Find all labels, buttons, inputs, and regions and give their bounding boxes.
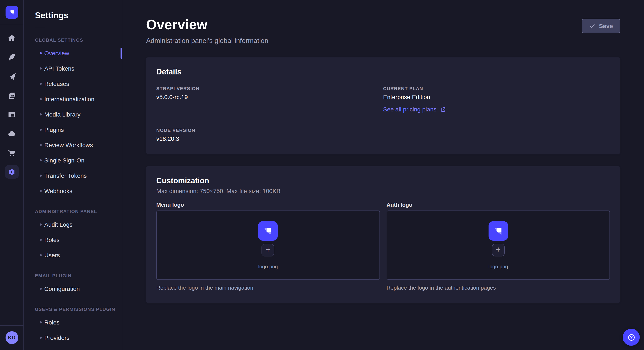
check-icon [589, 23, 596, 29]
save-button-label: Save [599, 22, 613, 29]
menu-logo-add-button[interactable]: + [262, 243, 274, 256]
sidebar-item-single-sign-on[interactable]: Single Sign-On [24, 153, 122, 168]
sidebar-item-admin-users[interactable]: Users [24, 247, 122, 263]
nav-content-builder-button[interactable] [5, 50, 18, 64]
section-administration-panel: ADMINISTRATION PANEL Audit Logs Roles Us… [24, 209, 122, 263]
question-circle-icon [627, 333, 635, 341]
menu-logo-filename: logo.png [258, 263, 278, 269]
sidebar-item-admin-roles[interactable]: Roles [24, 232, 122, 247]
menu-logo-label: Menu logo [156, 201, 380, 208]
sidebar-item-releases[interactable]: Releases [24, 76, 122, 91]
menu-logo-preview [258, 221, 278, 240]
app-window: KD Settings GLOBAL SETTINGS Overview API… [0, 0, 644, 350]
paper-plane-icon [7, 72, 16, 81]
sidebar-item-internationalization[interactable]: Internationalization [24, 91, 122, 107]
external-link-icon [440, 107, 446, 112]
nav-media-library-button[interactable] [5, 88, 18, 102]
node-version-field: NODE VERSION v18.20.3 [156, 128, 383, 142]
help-button[interactable] [623, 329, 640, 346]
sidebar-item-plugins[interactable]: Plugins [24, 122, 122, 137]
customization-card: Customization Max dimension: 750×750, Ma… [146, 166, 620, 303]
sidebar-item-webhooks[interactable]: Webhooks [24, 183, 122, 199]
strapi-mark-icon [262, 225, 274, 237]
sidebar-item-api-tokens[interactable]: API Tokens [24, 61, 122, 76]
strapi-version-field: STRAPI VERSION v5.0.0-rc.19 [156, 86, 383, 113]
section-email-plugin: EMAIL PLUGIN Configuration [24, 273, 122, 296]
nav-marketplace-button[interactable] [5, 146, 18, 160]
main-content: Overview Administration panel’s global i… [122, 0, 644, 350]
section-label: EMAIL PLUGIN [35, 273, 122, 278]
auth-logo-dropzone[interactable]: + logo.png [386, 210, 610, 280]
sidebar-item-up-providers[interactable]: Providers [24, 330, 122, 345]
field-value: v18.20.3 [156, 135, 383, 142]
nav-cloud-button[interactable] [5, 127, 18, 140]
nav-settings-button[interactable] [5, 165, 18, 178]
nav-home-button[interactable] [5, 31, 18, 45]
images-icon [7, 91, 16, 100]
section-label: USERS & PERMISSIONS PLUGIN [35, 307, 122, 312]
shopping-cart-icon [7, 148, 16, 157]
save-button[interactable]: Save [582, 19, 620, 33]
auth-logo-label: Auth logo [386, 201, 610, 208]
menu-logo-dropzone[interactable]: + logo.png [156, 210, 380, 280]
details-card: Details STRAPI VERSION v5.0.0-rc.19 CURR… [146, 57, 620, 154]
gear-icon [7, 167, 16, 176]
layout-icon [7, 110, 16, 119]
strapi-mark-icon [492, 225, 504, 237]
strapi-logo[interactable] [5, 6, 18, 19]
menu-logo-hint: Replace the logo in the main navigation [156, 285, 380, 291]
sidebar-item-review-workflows[interactable]: Review Workflows [24, 137, 122, 153]
customization-constraints: Max dimension: 750×750, Max file size: 1… [156, 187, 610, 194]
field-label: CURRENT PLAN [383, 86, 610, 91]
auth-logo-block: Auth logo + logo.png [386, 201, 610, 291]
sidebar-item-overview[interactable]: Overview [24, 45, 122, 61]
sidebar-item-email-configuration[interactable]: Configuration [24, 281, 122, 296]
sidebar-item-media-library[interactable]: Media Library [24, 107, 122, 122]
field-value: Enterprise Edition [383, 94, 610, 100]
sidebar-item-transfer-tokens[interactable]: Transfer Tokens [24, 168, 122, 183]
settings-subnav: Settings GLOBAL SETTINGS Overview API To… [24, 0, 122, 350]
page-subtitle: Administration panel’s global informatio… [146, 37, 268, 45]
current-plan-field: CURRENT PLAN Enterprise Edition See all … [383, 86, 610, 113]
field-label: NODE VERSION [156, 128, 383, 133]
sidebar-item-up-roles[interactable]: Roles [24, 315, 122, 330]
auth-logo-hint: Replace the logo in the authentication p… [386, 285, 610, 291]
pricing-plans-link[interactable]: See all pricing plans [383, 106, 446, 113]
home-icon [7, 33, 16, 42]
auth-logo-preview [488, 221, 508, 240]
section-users-permissions-plugin: USERS & PERMISSIONS PLUGIN Roles Provide… [24, 307, 122, 345]
section-label: ADMINISTRATION PANEL [35, 209, 122, 214]
sidebar-item-audit-logs[interactable]: Audit Logs [24, 217, 122, 232]
nav-deploy-button[interactable] [5, 69, 18, 83]
auth-logo-filename: logo.png [488, 263, 508, 269]
feather-icon [7, 52, 16, 61]
main-nav-rail: KD [0, 0, 24, 350]
divider [35, 27, 45, 27]
divider [0, 325, 24, 326]
page-header: Overview Administration panel’s global i… [122, 0, 644, 45]
field-label: STRAPI VERSION [156, 86, 383, 91]
strapi-mark-icon [8, 8, 16, 16]
divider [0, 25, 24, 25]
cloud-icon [7, 129, 16, 138]
customization-heading: Customization [156, 176, 610, 185]
nav-content-manager-button[interactable] [5, 108, 18, 121]
section-global-settings: GLOBAL SETTINGS Overview API Tokens Rele… [24, 37, 122, 199]
menu-logo-block: Menu logo + logo.png [156, 201, 380, 291]
section-label: GLOBAL SETTINGS [35, 37, 122, 42]
pricing-plans-link-label: See all pricing plans [383, 106, 436, 113]
page-title: Overview [146, 17, 268, 33]
field-value: v5.0.0-rc.19 [156, 94, 383, 100]
details-heading: Details [156, 68, 610, 77]
auth-logo-add-button[interactable]: + [492, 243, 505, 256]
subnav-title: Settings [35, 11, 122, 20]
user-avatar[interactable]: KD [5, 331, 18, 344]
